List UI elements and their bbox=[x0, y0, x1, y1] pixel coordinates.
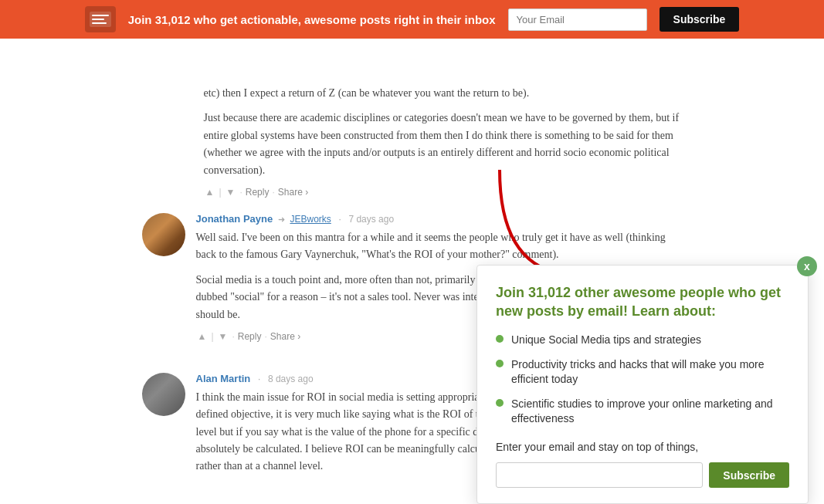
popup-close-button[interactable]: x bbox=[797, 256, 817, 276]
dot-sep-1a: · bbox=[239, 187, 242, 198]
banner-subscribe-button[interactable]: Subscribe bbox=[660, 7, 740, 32]
email-popup: x Join 31,012 other awesome people who g… bbox=[476, 265, 809, 504]
jonathan-mention[interactable]: JEBworks bbox=[290, 214, 331, 225]
bullet-2 bbox=[496, 360, 504, 367]
jonathan-name[interactable]: Jonathan Payne bbox=[196, 213, 273, 225]
action-sep-1: | bbox=[219, 187, 221, 198]
alan-age-dot: · bbox=[258, 374, 260, 384]
reply-button-1[interactable]: Reply bbox=[246, 187, 270, 198]
jonathan-avatar bbox=[142, 213, 185, 256]
popup-title: Join 31,012 other awesome people who get… bbox=[496, 284, 789, 320]
popup-cta-text: Enter your email and stay on top of thin… bbox=[496, 441, 789, 453]
jonathan-meta: Jonathan Payne ➜ JEBworks · 7 days ago bbox=[196, 213, 683, 225]
dot-sep-1b: · bbox=[272, 187, 274, 198]
banner-email-input[interactable] bbox=[508, 8, 647, 31]
action-sep-2: | bbox=[211, 331, 213, 342]
comment-block-1: etc) then I expect a return of Z (can be… bbox=[142, 85, 683, 198]
comment-actions-1: ▲ | ▼ · Reply · Share › bbox=[204, 187, 683, 198]
popup-email-input[interactable] bbox=[496, 462, 703, 488]
dot-sep-2a: · bbox=[232, 331, 234, 342]
svg-rect-3 bbox=[92, 22, 107, 24]
share-button-1[interactable]: Share › bbox=[278, 187, 308, 198]
svg-rect-1 bbox=[92, 15, 109, 16]
top-banner: Join 31,012 who get actionable, awesome … bbox=[0, 0, 824, 39]
list-item-text-1: Unique Social Media tips and strategies bbox=[511, 333, 701, 348]
list-item-3: Scientific studies to improve your onlin… bbox=[496, 397, 789, 427]
alan-avatar bbox=[142, 373, 185, 416]
list-item-text-3: Scientific studies to improve your onlin… bbox=[511, 397, 789, 427]
downvote-button-2[interactable]: ▼ bbox=[217, 331, 229, 342]
jonathan-age-text: 7 days ago bbox=[348, 214, 394, 225]
comment-text-1a: etc) then I expect a return of Z (can be… bbox=[204, 85, 683, 102]
banner-logo bbox=[85, 6, 116, 32]
banner-text: Join 31,012 who get actionable, awesome … bbox=[128, 13, 496, 26]
reply-button-2[interactable]: Reply bbox=[238, 331, 262, 342]
alan-age-text: 8 days ago bbox=[268, 374, 314, 384]
dot-sep-2b: · bbox=[264, 331, 266, 342]
share-button-2[interactable]: Share › bbox=[270, 331, 300, 342]
upvote-button-1[interactable]: ▲ bbox=[204, 187, 216, 198]
bullet-1 bbox=[496, 335, 504, 343]
alan-name[interactable]: Alan Martin bbox=[196, 373, 251, 384]
jonathan-text-1: Well said. I've been on this mantra for … bbox=[196, 229, 683, 264]
list-item-1: Unique Social Media tips and strategies bbox=[496, 333, 789, 348]
jonathan-arrow: ➜ bbox=[278, 215, 285, 224]
popup-list: Unique Social Media tips and strategies … bbox=[496, 333, 789, 427]
popup-form: Subscribe bbox=[496, 462, 789, 488]
bullet-3 bbox=[496, 399, 504, 407]
list-item-2: Productivity tricks and hacks that will … bbox=[496, 357, 789, 387]
popup-subscribe-button[interactable]: Subscribe bbox=[709, 462, 789, 488]
downvote-button-1[interactable]: ▼ bbox=[225, 187, 237, 198]
comment-text-1b: Just because there are academic discipli… bbox=[204, 110, 683, 179]
jonathan-age: · bbox=[338, 214, 341, 225]
list-item-text-2: Productivity tricks and hacks that will … bbox=[511, 357, 789, 387]
upvote-button-2[interactable]: ▲ bbox=[196, 331, 209, 342]
svg-rect-2 bbox=[92, 19, 104, 20]
